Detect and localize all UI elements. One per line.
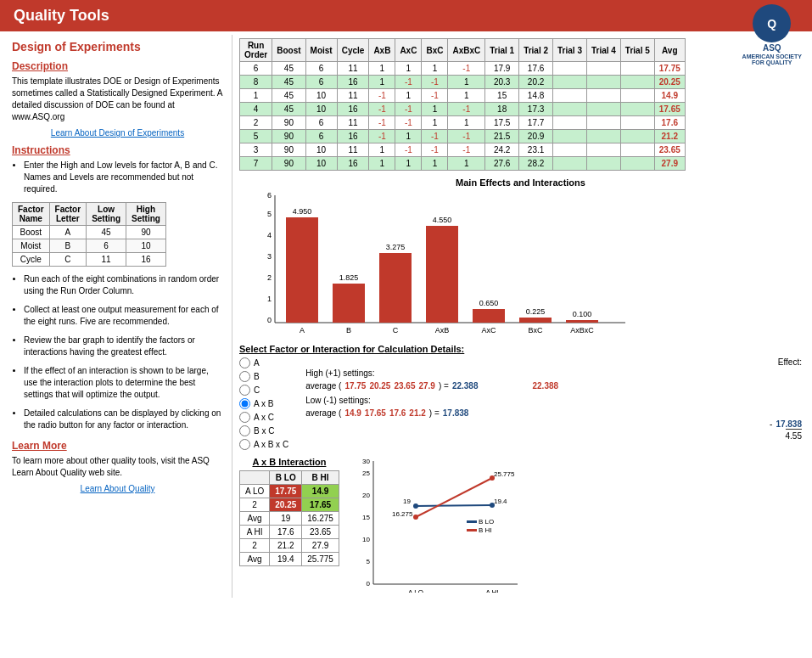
interaction-title: A x B Interaction — [239, 457, 339, 467]
doe-title: Design of Experiments — [12, 40, 223, 53]
effect-minus: - — [770, 419, 772, 429]
svg-text:19.4: 19.4 — [494, 498, 507, 505]
factor-low-moist: 6 — [87, 239, 126, 253]
it-row-ahi1: A HI 17.6 23.65 — [240, 526, 339, 539]
asq-circle-logo: Q — [753, 4, 791, 42]
radio-AxB-label: A x B — [254, 399, 273, 408]
asq-text: ASQ — [760, 42, 784, 53]
radio-C[interactable] — [239, 385, 250, 396]
it-ahi2-bhi: 27.9 — [302, 539, 339, 553]
svg-text:1.825: 1.825 — [339, 273, 359, 282]
it-alo-avg-label: Avg — [240, 512, 270, 526]
svg-rect-9 — [286, 217, 318, 323]
factor-high-moist: 10 — [126, 239, 166, 253]
low-label: Low (-1) settings: — [305, 396, 371, 405]
high-calc-row: average ( 17.75 20.25 23.65 27.9 ) = 22.… — [305, 381, 802, 391]
description-title: Description — [12, 60, 223, 72]
svg-text:AxBxC: AxBxC — [570, 326, 594, 335]
svg-text:1: 1 — [267, 295, 272, 303]
svg-text:4.950: 4.950 — [293, 207, 312, 216]
svg-text:B HI: B HI — [479, 526, 492, 534]
th-trial4: Trial 4 — [586, 39, 620, 62]
svg-text:25.775: 25.775 — [494, 470, 515, 478]
svg-text:6: 6 — [267, 191, 272, 200]
svg-text:0.650: 0.650 — [479, 299, 499, 307]
th-bxc: BxC — [422, 39, 448, 62]
svg-text:20: 20 — [362, 492, 370, 499]
select-and-calc: A B C A x B A x C — [239, 357, 802, 450]
svg-text:15: 15 — [362, 514, 370, 521]
svg-text:5: 5 — [267, 210, 272, 218]
it-alo2-label: 2 — [240, 498, 270, 512]
it-h1: B LO — [270, 471, 302, 485]
svg-rect-24 — [519, 318, 552, 323]
data-row-5: 590616-11-1-121.520.921.2 — [240, 130, 686, 143]
high-settings-row: High (+1) settings: — [305, 368, 802, 378]
instruction-4: Review the bar graph to identify the fac… — [24, 335, 223, 358]
data-row-1: 8456161-1-1120.320.220.25 — [240, 76, 686, 89]
high-avg-label: average ( — [305, 381, 341, 391]
it-ahi-avg-bhi: 25.775 — [302, 553, 339, 566]
th-axb: AxB — [369, 39, 395, 62]
bar-chart-svg: 0 1 2 3 4 5 6 4.950 A — [256, 191, 630, 335]
radio-A-label: A — [254, 358, 260, 368]
svg-text:5: 5 — [366, 558, 370, 565]
th-cycle: Cycle — [337, 39, 369, 62]
svg-text:0.100: 0.100 — [573, 310, 592, 318]
radio-AxB[interactable] — [239, 398, 250, 409]
factor-name-moist: Moist — [13, 239, 50, 253]
low-calc-row: average ( 14.9 17.65 17.6 21.2 ) = 17.83… — [305, 408, 802, 418]
radio-BxC[interactable] — [239, 425, 250, 436]
learn-quality-link[interactable]: Learn About Quality — [12, 484, 223, 493]
radio-AxC-row: A x C — [239, 412, 288, 423]
svg-rect-18 — [426, 226, 458, 323]
calc-details: Effect: High (+1) settings: average ( 17… — [305, 357, 802, 450]
high-val-4: 27.9 — [418, 381, 434, 391]
th-boost: Boost — [272, 39, 305, 62]
effect-label: Effect: — [778, 357, 802, 367]
svg-rect-15 — [379, 253, 412, 323]
description-text: This template illustrates DOE or Design … — [12, 76, 223, 123]
interaction-table-area: A x B Interaction B LO B HI — [239, 457, 339, 594]
it-alo-avg-bhi: 16.275 — [302, 512, 339, 526]
it-ahi2-blo: 21.2 — [270, 539, 302, 553]
it-row-alo-avg: Avg 19 16.275 — [240, 512, 339, 526]
svg-text:AxC: AxC — [481, 326, 496, 335]
svg-text:4.550: 4.550 — [433, 216, 452, 224]
it-ahi-avg-label: Avg — [240, 553, 270, 566]
svg-text:10: 10 — [362, 536, 370, 543]
svg-rect-21 — [473, 309, 505, 323]
data-row-6: 39010111-1-1-124.223.123.65 — [240, 143, 686, 157]
radio-AxBxC[interactable] — [239, 439, 250, 450]
svg-point-43 — [413, 503, 418, 509]
svg-text:A HI: A HI — [485, 588, 498, 593]
it-ahi1-bhi: 23.65 — [302, 526, 339, 539]
it-h2: B HI — [302, 471, 339, 485]
chart-title: Main Effects and Interactions — [239, 177, 802, 188]
svg-text:A: A — [300, 326, 305, 335]
th-axbxc: AxBxC — [448, 39, 485, 62]
radio-A[interactable] — [239, 357, 250, 368]
left-panel: Design of Experiments Description This t… — [3, 35, 232, 598]
svg-text:30: 30 — [362, 458, 370, 465]
instructions-list: Enter the High and Low levels for factor… — [12, 160, 223, 195]
radio-AxB-row: A x B — [239, 398, 288, 409]
learn-doe-link[interactable]: Learn About Design of Experiments — [12, 128, 223, 138]
radio-AxC[interactable] — [239, 412, 250, 423]
radio-B[interactable] — [239, 371, 250, 382]
high-val-2: 20.25 — [369, 381, 390, 391]
high-avg: 22.388 — [452, 381, 479, 391]
svg-point-45 — [413, 515, 418, 520]
it-row-ahi2: 2 21.2 27.9 — [240, 539, 339, 553]
data-row-4: 290611-1-11117.517.717.6 — [240, 116, 686, 130]
it-alo1-bhi: 14.9 — [302, 485, 339, 498]
th-run-order: RunOrder — [240, 39, 272, 62]
factor-letter-cycle: C — [49, 253, 87, 267]
low-val-2: 17.65 — [365, 408, 386, 418]
instruction-2: Run each of the eight combinations in ra… — [24, 273, 223, 297]
main-effects-chart-section: Main Effects and Interactions 0 1 2 3 4 … — [239, 177, 802, 337]
th-trial5: Trial 5 — [620, 39, 654, 62]
it-alo1-blo: 17.75 — [270, 485, 302, 498]
th-trial1: Trial 1 — [485, 39, 519, 62]
radio-A-row: A — [239, 357, 288, 368]
